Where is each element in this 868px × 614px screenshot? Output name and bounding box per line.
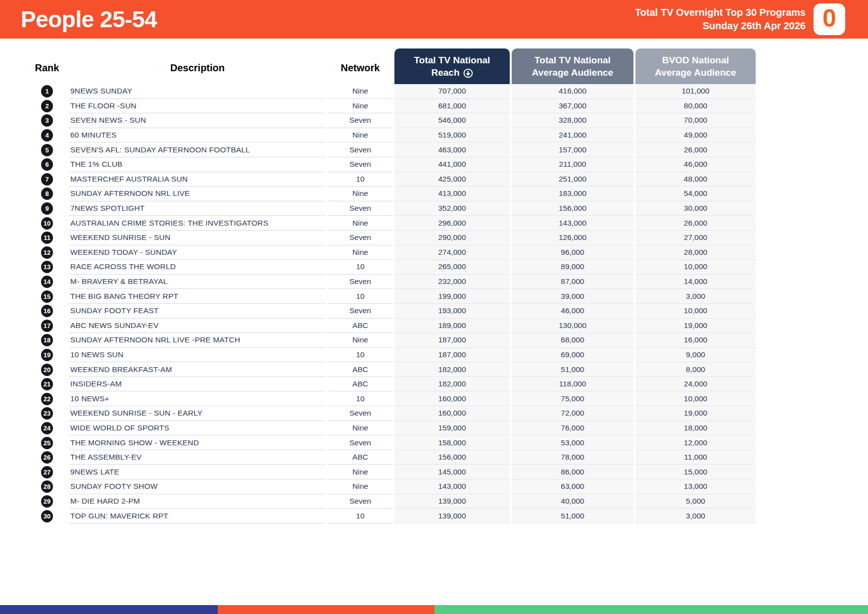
rank-badge: 14 — [41, 276, 53, 288]
table-row: 5 SEVEN'S AFL: SUNDAY AFTERNOON FOOTBALL… — [27, 142, 756, 157]
network-value: Seven — [328, 435, 392, 450]
network-value: Nine — [328, 187, 392, 201]
program-description: SEVEN NEWS - SUN — [69, 113, 326, 128]
table-row: 25 THE MORNING SHOW - WEEKEND Seven 158,… — [27, 435, 756, 450]
reach-value: 265,000 — [394, 260, 510, 275]
rank-badge: 12 — [41, 246, 53, 259]
program-description: SUNDAY FOOTY SHOW — [69, 479, 326, 494]
table-row: 7 MASTERCHEF AUSTRALIA SUN 10 425,000 25… — [27, 172, 756, 187]
rank-badge: 3 — [41, 114, 53, 127]
network-value: Seven — [328, 406, 392, 421]
network-value: Nine — [328, 421, 392, 436]
rank-cell: 4 — [27, 128, 67, 143]
program-description: RACE ACROSS THE WORLD — [69, 260, 326, 275]
bvod-audience-value: 54,000 — [635, 187, 756, 201]
table-row: 10 AUSTRALIAN CRIME STORIES: THE INVESTI… — [27, 216, 756, 231]
table-row: 27 9NEWS LATE Nine 145,000 86,000 15,000 — [27, 465, 756, 479]
avg-audience-value: 156,000 — [512, 201, 633, 216]
bvod-audience-column-header[interactable]: BVOD National Average Audience — [635, 48, 756, 84]
bvod-audience-value: 5,000 — [635, 494, 756, 509]
network-column-header: Network — [328, 49, 392, 74]
table-row: 4 60 MINUTES Nine 519,000 241,000 49,000 — [27, 128, 756, 143]
rank-cell: 8 — [27, 187, 67, 201]
bvod-audience-value: 3,000 — [635, 509, 756, 523]
network-value: 10 — [328, 289, 392, 304]
avg-audience-value: 157,000 — [512, 142, 633, 157]
avg-audience-value: 328,000 — [512, 113, 633, 128]
bvod-audience-value: 14,000 — [635, 275, 756, 289]
avg-audience-value: 46,000 — [512, 304, 633, 319]
rank-cell: 30 — [27, 509, 67, 523]
program-description: ABC NEWS SUNDAY-EV — [69, 319, 326, 333]
banner-right: Total TV Overnight Top 30 Programs Sunda… — [635, 3, 845, 35]
bvod-audience-value: 24,000 — [635, 377, 756, 392]
table-row: 12 WEEKEND TODAY - SUNDAY Nine 274,000 9… — [27, 245, 756, 260]
rank-cell: 18 — [27, 333, 67, 348]
page-title: People 25-54 — [21, 6, 157, 33]
reach-value: 187,000 — [394, 333, 510, 348]
rank-cell: 1 — [27, 84, 67, 99]
bvod-audience-value: 10,000 — [635, 260, 756, 275]
avg-audience-value: 51,000 — [512, 509, 633, 523]
bvod-audience-value: 8,000 — [635, 362, 756, 377]
reach-value: 413,000 — [394, 187, 510, 201]
reach-value: 681,000 — [394, 99, 510, 114]
program-description: M- DIE HARD 2-PM — [69, 494, 326, 509]
table-row: 8 SUNDAY AFTERNOON NRL LIVE Nine 413,000… — [27, 187, 756, 201]
rank-cell: 28 — [27, 479, 67, 494]
reach-value: 425,000 — [394, 172, 510, 187]
reach-value: 707,000 — [394, 84, 510, 99]
avg-audience-value: 63,000 — [512, 479, 633, 494]
bvod-audience-value: 15,000 — [635, 465, 756, 479]
bvod-audience-value: 19,000 — [635, 406, 756, 421]
oztam-logo: 0 — [814, 3, 845, 35]
rank-badge: 22 — [41, 393, 53, 405]
rank-badge: 16 — [41, 305, 53, 317]
avg-audience-value: 89,000 — [512, 260, 633, 275]
rank-badge: 21 — [41, 378, 53, 390]
rank-badge: 29 — [41, 495, 53, 508]
description-column-header: Description — [69, 49, 326, 74]
reach-value: 143,000 — [394, 479, 510, 494]
program-description: 10 NEWS SUN — [69, 348, 326, 363]
rank-badge: 24 — [41, 422, 53, 434]
network-value: Nine — [328, 216, 392, 231]
rank-cell: 10 — [27, 216, 67, 231]
avg-audience-value: 211,000 — [512, 157, 633, 172]
bvod-audience-value: 18,000 — [635, 421, 756, 436]
bvod-audience-value: 48,000 — [635, 172, 756, 187]
table-row: 15 THE BIG BANG THEORY RPT 10 199,000 39… — [27, 289, 756, 304]
reach-value: 145,000 — [394, 465, 510, 479]
avg-audience-column-header[interactable]: Total TV National Average Audience — [512, 48, 633, 84]
table-row: 21 INSIDERS-AM ABC 182,000 118,000 24,00… — [27, 377, 756, 392]
table-row: 18 SUNDAY AFTERNOON NRL LIVE -PRE MATCH … — [27, 333, 756, 348]
program-description: AUSTRALIAN CRIME STORIES: THE INVESTIGAT… — [69, 216, 326, 231]
bvod-audience-value: 46,000 — [635, 157, 756, 172]
avg-audience-value: 241,000 — [512, 128, 633, 143]
avg-audience-value: 72,000 — [512, 406, 633, 421]
bvod-audience-value: 16,000 — [635, 333, 756, 348]
program-description: THE FLOOR -SUN — [69, 99, 326, 114]
reach-value: 159,000 — [394, 421, 510, 436]
report-meta: Total TV Overnight Top 30 Programs Sunda… — [635, 6, 806, 33]
bvod-audience-value: 12,000 — [635, 435, 756, 450]
reach-value: 441,000 — [394, 157, 510, 172]
table-header-row: Rank Description Network Total TV Nation… — [27, 39, 756, 84]
program-description: WEEKEND SUNRISE - SUN — [69, 231, 326, 245]
reach-value: 160,000 — [394, 406, 510, 421]
rank-cell: 22 — [27, 391, 67, 406]
table-row: 6 THE 1% CLUB Seven 441,000 211,000 46,0… — [27, 157, 756, 172]
program-description: M- BRAVERY & BETRAYAL — [69, 275, 326, 289]
rank-cell: 23 — [27, 406, 67, 421]
rank-badge: 4 — [41, 129, 53, 142]
reach-column-header[interactable]: Total TV National Reach — [394, 48, 510, 84]
network-value: Nine — [328, 99, 392, 114]
program-description: THE ASSEMBLY-EV — [69, 450, 326, 465]
rank-badge: 30 — [41, 510, 53, 522]
table-row: 2 THE FLOOR -SUN Nine 681,000 367,000 80… — [27, 99, 756, 114]
sort-descending-icon[interactable] — [463, 68, 473, 78]
program-description: SUNDAY AFTERNOON NRL LIVE -PRE MATCH — [69, 333, 326, 348]
network-value: Nine — [328, 128, 392, 143]
rank-cell: 12 — [27, 245, 67, 260]
rank-cell: 17 — [27, 319, 67, 333]
